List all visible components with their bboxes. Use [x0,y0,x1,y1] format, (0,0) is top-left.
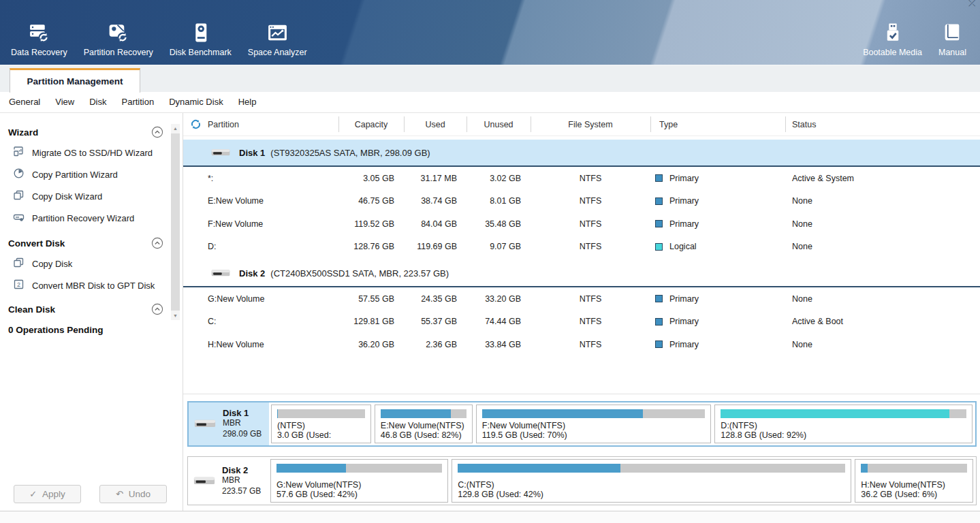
partition-row[interactable]: C: 129.81 GB 55.37 GB 74.44 GB NTFS Prim… [183,311,980,334]
primary-type-swatch [655,197,663,205]
map-partition-c[interactable]: C:(NTFS) 129.8 GB (Used: 42%) [452,459,851,503]
bootable-media-label: Bootable Media [863,48,922,57]
partition-row[interactable]: F:New Volume 119.52 GB 84.04 GB 35.48 GB… [183,212,980,236]
refresh-button[interactable] [183,113,208,136]
apply-button[interactable]: ✓ Apply [14,485,81,503]
menu-dynamic-disk[interactable]: Dynamic Disk [161,92,230,112]
column-header-file-system[interactable]: File System [531,113,650,136]
capacity-value: 3.05 GB [338,174,404,183]
space-analyzer-icon [266,22,289,44]
disk-map-disk2[interactable]: Disk 2 MBR 223.57 GB G:New Volume(NTFS) … [187,456,977,505]
sidebar-item-copy-partition-wizard[interactable]: Copy Partition Wizard [8,163,163,185]
action-sidebar: Wizard Migrate OS to SSD/HD Wizard [0,113,183,511]
map-partition-f[interactable]: F:New Volume(NTFS) 119.5 GB (Used: 70%) [476,405,712,443]
type-value: Primary [669,294,699,304]
apply-label: Apply [42,489,65,499]
scrollbar-thumb[interactable] [171,133,180,311]
status-value: None [785,340,980,349]
menu-disk[interactable]: Disk [82,92,114,112]
disk-map-scheme: MBR [223,418,262,429]
menu-general[interactable]: General [1,92,48,112]
content-area: Wizard Migrate OS to SSD/HD Wizard [0,113,980,511]
partition-name: E:New Volume [208,196,338,206]
used-value: 31.17 MB [404,174,467,183]
scrollbar-up-icon[interactable]: ▲ [171,124,180,133]
disk-benchmark-button[interactable]: Disk Benchmark [161,15,240,62]
partition-name: G:New Volume [208,294,338,304]
file-system-value: NTFS [531,174,650,183]
unused-value: 3.02 GB [467,174,531,183]
sidebar-item-label: Copy Disk [32,259,72,269]
used-value: 84.04 GB [404,219,467,229]
section-title-wizard: Wizard [8,127,38,138]
capacity-value: 119.52 GB [338,219,404,229]
column-header-capacity[interactable]: Capacity [338,113,404,136]
space-analyzer-button[interactable]: Space Analyzer [240,15,315,62]
undo-button[interactable]: ↶ Undo [99,485,167,503]
partition-row[interactable]: H:New Volume 36.20 GB 2.36 GB 33.84 GB N… [183,333,980,356]
unused-value: 35.48 GB [467,219,531,229]
collapse-clean-disk-button[interactable] [151,303,163,315]
type-value: Logical [669,242,697,251]
disk-map-area: Disk 1 MBR 298.09 GB (NTFS) 3.0 GB (Used… [183,394,980,511]
sidebar-item-copy-disk[interactable]: Copy Disk [8,253,163,274]
disk-map-disk1[interactable]: Disk 1 MBR 298.09 GB (NTFS) 3.0 GB (Used… [187,401,977,447]
column-header-type[interactable]: Type [650,113,785,136]
section-header-clean-disk: Clean Disk [8,300,163,319]
capacity-value: 57.55 GB [338,294,404,304]
sidebar-item-copy-disk-wizard[interactable]: Copy Disk Wizard [8,185,163,207]
partition-recovery-button[interactable]: Partition Recovery [76,15,161,62]
check-icon: ✓ [29,489,37,499]
disk-group-row-disk2[interactable]: Disk 2 (CT240BX500SSD1 SATA, MBR, 223.57… [183,260,980,287]
tab-strip: Partition Management [0,65,980,92]
sidebar-item-migrate-os[interactable]: Migrate OS to SSD/HD Wizard [8,142,163,163]
partition-name: D: [208,242,338,251]
map-partition-label: C:(NTFS) [458,480,845,490]
sidebar-scrollbar[interactable]: ▲ ▼ [171,124,180,320]
sidebar-item-label: Partition Recovery Wizard [32,213,134,223]
partition-row[interactable]: G:New Volume 57.55 GB 24.35 GB 33.20 GB … [183,287,980,311]
menu-help[interactable]: Help [231,92,264,112]
capacity-value: 128.76 GB [338,242,404,251]
tab-partition-management[interactable]: Partition Management [10,68,140,93]
sidebar-item-convert-mbr-to-gpt[interactable]: 2 Convert MBR Disk to GPT Disk [8,274,163,296]
partition-row[interactable]: D: 128.76 GB 119.69 GB 9.07 GB NTFS Logi… [183,236,980,259]
collapse-wizard-button[interactable] [151,126,163,138]
file-system-value: NTFS [531,242,650,251]
map-partition-e[interactable]: E:New Volume(NTFS) 46.8 GB (Used: 82%) [375,405,473,443]
sidebar-item-partition-recovery-wizard[interactable]: Partition Recovery Wizard [8,207,163,229]
disk-group-row-disk1[interactable]: Disk 1 (ST9320325AS SATA, MBR, 298.09 GB… [183,140,980,167]
scrollbar-down-icon[interactable]: ▼ [171,311,180,320]
capacity-value: 36.20 GB [338,340,404,349]
map-partition-label: H:New Volume(NTFS) [861,480,967,490]
menu-view[interactable]: View [48,92,82,112]
map-partition-d[interactable]: D:(NTFS) 128.8 GB (Used: 92%) [714,405,973,443]
map-partition-detail: 57.6 GB (Used: 42%) [276,490,442,499]
partition-row[interactable]: E:New Volume 46.75 GB 38.74 GB 8.01 GB N… [183,190,980,213]
file-system-value: NTFS [531,294,650,304]
disk-map-name: Disk 2 [222,465,261,475]
disk-icon [193,473,216,489]
menu-partition[interactable]: Partition [114,92,161,112]
data-recovery-button[interactable]: Data Recovery [3,15,76,62]
map-partition-system-reserved[interactable]: (NTFS) 3.0 GB (Used: [271,405,371,443]
disk-map-info-disk1: Disk 1 MBR 298.09 GB [189,402,269,445]
map-partition-g[interactable]: G:New Volume(NTFS) 57.6 GB (Used: 42%) [270,459,448,503]
disk-info-text: (CT240BX500SSD1 SATA, MBR, 223.57 GB) [270,268,449,279]
column-header-partition[interactable]: Partition [208,113,338,136]
partition-name: C: [208,317,338,326]
column-header-unused[interactable]: Unused [467,113,531,136]
map-partition-h[interactable]: H:New Volume(NTFS) 36.2 GB (Used: 6%) [855,459,973,503]
partition-name: *: [208,174,338,183]
copy-disk-icon [13,257,25,270]
section-title-convert-disk: Convert Disk [8,238,65,249]
manual-button[interactable]: Manual [930,15,975,62]
disk-map-info-disk2: Disk 2 MBR 223.57 GB [188,457,268,505]
column-header-used[interactable]: Used [404,113,467,136]
column-header-status[interactable]: Status [785,113,980,136]
map-partition-label: E:New Volume(NTFS) [381,421,467,430]
disk-name: Disk 1 [239,148,265,158]
bootable-media-button[interactable]: Bootable Media [855,15,930,62]
collapse-convert-disk-button[interactable] [151,237,163,249]
partition-row[interactable]: *: 3.05 GB 31.17 MB 3.02 GB NTFS Primary… [183,167,980,190]
